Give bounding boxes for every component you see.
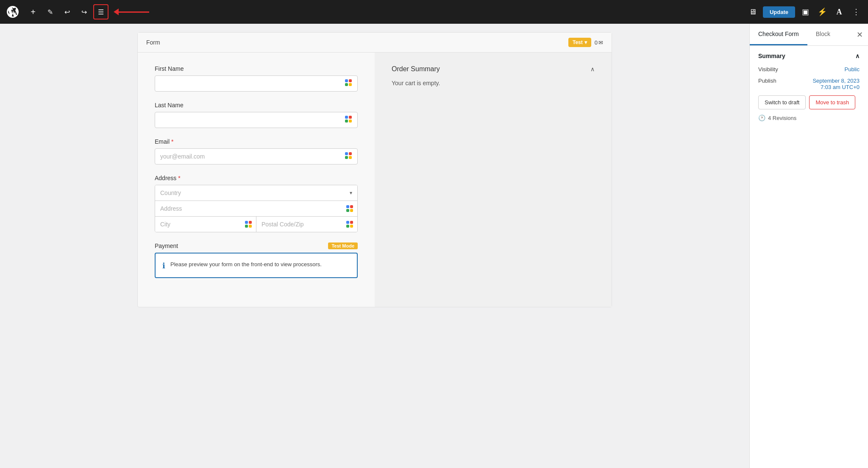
address-input[interactable] [155, 201, 357, 216]
sidebar-body: Summary ∧ Visibility Public Publish Sept… [750, 46, 868, 128]
editor-area: Form Test ▾ 0 ✉ [0, 24, 749, 468]
notification-button[interactable]: 0 ✉ [595, 39, 603, 46]
info-icon: ℹ [162, 261, 165, 270]
email-label: Email * [155, 138, 358, 145]
publish-value[interactable]: September 8, 2023 7:03 am UTC+0 [812, 78, 860, 90]
postal-input-wrap [256, 217, 357, 232]
checkout-left: First Name Last Name [138, 53, 375, 307]
last-name-input-wrap [155, 112, 358, 128]
woocommerce-button[interactable]: ⚡ [815, 5, 829, 19]
first-name-input[interactable] [155, 75, 358, 92]
list-view-button[interactable]: ☰ [93, 4, 108, 20]
payment-header: Payment Test Mode [155, 242, 358, 249]
tab-checkout-form[interactable]: Checkout Form [750, 24, 807, 45]
payment-label: Payment [155, 242, 178, 249]
publish-time: 7:03 am UTC+0 [812, 84, 860, 90]
chevron-up-icon: ∧ [855, 53, 860, 59]
astra-button[interactable]: A [832, 5, 846, 19]
list-icon: ☰ [98, 8, 104, 16]
publish-date: September 8, 2023 [812, 78, 860, 84]
sidebar-icon: ▣ [802, 7, 809, 17]
city-input[interactable] [155, 217, 256, 232]
address-required: * [178, 175, 180, 181]
visibility-value[interactable]: Public [845, 66, 860, 72]
postal-input[interactable] [256, 217, 357, 232]
sidebar-toggle-button[interactable]: ▣ [798, 5, 812, 19]
redo-icon: ↪ [81, 8, 87, 16]
more-options-button[interactable]: ⋮ [849, 5, 863, 19]
email-input-wrap [155, 148, 358, 164]
email-required: * [171, 138, 173, 145]
test-badge[interactable]: Test ▾ [568, 38, 591, 47]
address-line-row [155, 201, 357, 217]
chevron-down-icon: ▾ [584, 39, 587, 45]
checkout-right: Order Summary ∧ Your cart is empty. [375, 53, 612, 307]
mail-icon: ✉ [598, 39, 603, 46]
form-header: Form Test ▾ 0 ✉ [138, 33, 612, 53]
last-name-group: Last Name [155, 102, 358, 128]
test-mode-badge: Test Mode [328, 242, 358, 249]
topbar: + ✎ ↩ ↪ ☰ 🖥 Update ▣ [0, 0, 868, 24]
payment-info-text: Please preview your form on the front-en… [170, 260, 322, 269]
address-block: Country ▾ [155, 185, 358, 232]
a-icon: A [837, 8, 842, 17]
postal-icon [346, 221, 353, 228]
monitor-icon-button[interactable]: 🖥 [746, 5, 760, 19]
country-select[interactable]: Country [155, 185, 357, 201]
address-icon [346, 205, 353, 212]
undo-icon: ↩ [64, 8, 70, 16]
topbar-right: 🖥 Update ▣ ⚡ A ⋮ [746, 5, 863, 19]
plus-icon: + [31, 7, 36, 17]
last-name-icon [345, 116, 353, 124]
sidebar-summary-title[interactable]: Summary ∧ [758, 53, 860, 59]
visibility-row: Visibility Public [758, 66, 860, 72]
revisions-icon: 🕐 [758, 114, 765, 121]
city-input-wrap [155, 217, 256, 232]
country-row: Country ▾ [155, 185, 357, 201]
visibility-label: Visibility [758, 66, 778, 72]
undo-button[interactable]: ↩ [59, 4, 75, 20]
first-name-group: First Name [155, 65, 358, 92]
form-block: Form Test ▾ 0 ✉ [137, 32, 612, 307]
redo-button[interactable]: ↪ [76, 4, 92, 20]
last-name-input[interactable] [155, 112, 358, 128]
checkout-content: First Name Last Name [138, 53, 612, 307]
more-icon: ⋮ [852, 7, 860, 17]
cart-empty-text: Your cart is empty. [392, 80, 595, 86]
address-group: Address * Country ▾ [155, 175, 358, 232]
form-header-right: Test ▾ 0 ✉ [568, 38, 603, 47]
chevron-up-icon[interactable]: ∧ [590, 66, 595, 72]
publish-label: Publish [758, 78, 776, 84]
topbar-left: + ✎ ↩ ↪ ☰ [5, 4, 149, 20]
sidebar-tabs: Checkout Form Block [750, 24, 851, 45]
order-summary-title: Order Summary [392, 65, 440, 73]
last-name-label: Last Name [155, 102, 358, 109]
revisions-text: 4 Revisions [768, 115, 796, 121]
add-block-button[interactable]: + [25, 4, 41, 20]
update-button[interactable]: Update [763, 6, 795, 18]
email-icon [345, 152, 353, 161]
city-icon [245, 221, 252, 228]
first-name-input-wrap [155, 75, 358, 92]
email-input[interactable] [155, 148, 358, 164]
wp-logo [5, 4, 20, 20]
close-icon: ✕ [857, 30, 863, 39]
switch-to-draft-button[interactable]: Switch to draft [758, 95, 806, 109]
revisions-row[interactable]: 🕐 4 Revisions [758, 114, 860, 121]
action-buttons: Switch to draft Move to trash [758, 95, 860, 109]
bolt-icon: ⚡ [818, 7, 827, 17]
right-sidebar: Checkout Form Block ✕ Summary ∧ Visibili… [749, 24, 868, 468]
pencil-icon: ✎ [47, 8, 53, 16]
tab-block[interactable]: Block [807, 24, 839, 45]
edit-button[interactable]: ✎ [42, 4, 58, 20]
first-name-icon [345, 79, 353, 88]
monitor-icon: 🖥 [749, 8, 757, 17]
form-label: Form [146, 39, 160, 46]
move-to-trash-button[interactable]: Move to trash [809, 95, 855, 109]
first-name-label: First Name [155, 65, 358, 72]
publish-row: Publish September 8, 2023 7:03 am UTC+0 [758, 78, 860, 90]
payment-box: ℹ Please preview your form on the front-… [155, 253, 358, 278]
email-group: Email * [155, 138, 358, 164]
sidebar-close-button[interactable]: ✕ [851, 26, 868, 43]
address-label: Address * [155, 175, 358, 181]
